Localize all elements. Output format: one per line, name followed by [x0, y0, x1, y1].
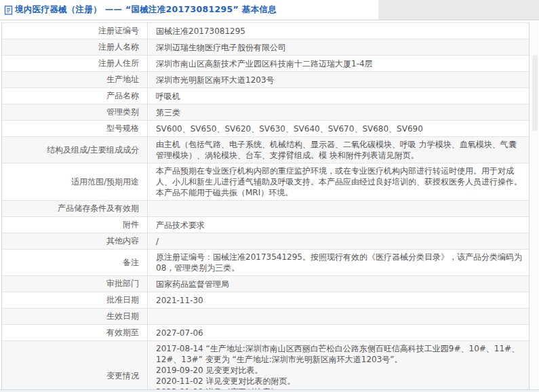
table-row: 生效日期 [2, 309, 529, 325]
row-value: 国家药品监督管理局 [148, 276, 529, 292]
table-row: 注册人名称 深圳迈瑞生物医疗电子股份有限公司 [2, 39, 529, 56]
row-value-text: 2021-11-30 [156, 295, 203, 306]
row-label-text: 结构及组成/主要组成成分 [47, 144, 139, 156]
row-label: 生产地址 [2, 72, 148, 87]
scrollbar-track[interactable] [531, 22, 538, 389]
row-label: 产品储存条件及有效期 [2, 201, 148, 216]
row-label: 备注 [2, 250, 148, 275]
row-label-text: 变更情况 [106, 370, 139, 382]
table-row: 有效期至 2027-07-06 [2, 325, 529, 341]
row-value-text: 产品技术要求 [156, 220, 205, 231]
table-row: 型号规格 SV600、SV650、SV620、SV630、SV640、SV670… [2, 121, 529, 137]
row-value: / [148, 233, 529, 249]
row-value-text: 呼吸机 [156, 91, 180, 102]
row-value-text: 2017-08-14 “生产地址:深圳市南山区西丽白芒松白公路东侧百旺信高科技工… [156, 343, 522, 392]
row-value [148, 201, 529, 216]
row-label-text: 注册人名称 [98, 41, 139, 53]
row-label: 附件 [2, 217, 148, 233]
row-label-text: 注册证编号 [98, 25, 139, 37]
table-row: 注册证编号 国械注准20173081295 [2, 23, 529, 39]
row-value-text: 国家药品监督管理局 [156, 279, 229, 290]
row-value: 本产品预期在专业医疗机构内部的重症监护环境，或在专业医疗机构内部进行转运时使用。… [148, 163, 529, 200]
row-value-text: 深圳迈瑞生物医疗电子股份有限公司 [156, 42, 286, 53]
row-value: 产品技术要求 [148, 217, 529, 233]
row-value: 原注册证编号：国械注准20173541295。按照现行有效的《医疗器械分类目录》… [148, 250, 529, 275]
table-row: 适用范围/预期用途 本产品预期在专业医疗机构内部的重症监护环境，或在专业医疗机构… [2, 163, 529, 201]
row-value: 第三类 [148, 104, 529, 120]
row-value: SV600、SV650、SV620、SV630、SV640、SV670、SV68… [148, 121, 529, 136]
row-label: 其他内容 [2, 233, 148, 249]
row-value [148, 309, 529, 324]
row-value: 由主机（包括气路、电子系统、机械结构、显示器、二氧化碳模块、呼吸 力学模块、血氧… [148, 137, 529, 163]
row-value-text: 深圳市光明新区南环大道1203号 [156, 75, 275, 85]
row-label: 注册人名称 [2, 39, 148, 55]
row-value-text: 由主机（包括气路、电子系统、机械结构、显示器、二氧化碳模块、呼吸 力学模块、血氧… [156, 139, 522, 161]
page-title: 境内医疗器械（注册） —— “国械注准20173081295” 基本信息 [15, 4, 277, 16]
row-label: 适用范围/预期用途 [2, 163, 148, 200]
row-label-text: 有效期至 [106, 327, 139, 338]
info-table: 注册证编号 国械注准20173081295 注册人名称 深圳迈瑞生物医疗电子股份… [1, 22, 530, 392]
row-value: 呼吸机 [148, 88, 529, 104]
row-value: 国械注准20173081295 [148, 23, 529, 39]
row-value: 2017-08-14 “生产地址:深圳市南山区西丽白芒松白公路东侧百旺信高科技工… [148, 341, 529, 392]
table-row: 注册人住所 深圳市南山区高新技术产业园区科技南十二路迈瑞大厦1-4层 [2, 56, 529, 72]
row-value: 深圳市光明新区南环大道1203号 [148, 72, 529, 87]
row-label: 批准日期 [2, 292, 148, 308]
row-label-text: 注册人住所 [98, 58, 139, 69]
row-label: 变更情况 [2, 341, 148, 392]
row-value-text: 第三类 [156, 107, 180, 118]
row-label-text: 审批部门 [106, 278, 139, 290]
row-value: 深圳迈瑞生物医疗电子股份有限公司 [148, 39, 529, 55]
table-row: 管理类别 第三类 [2, 104, 529, 121]
row-value-text: 深圳市南山区高新技术产业园区科技南十二路迈瑞大厦1-4层 [156, 58, 373, 69]
panel-bottom-edge [0, 389, 539, 392]
row-value-text: 原注册证编号：国械注准20173541295。按照现行有效的《医疗器械分类目录》… [156, 252, 522, 273]
row-label-text: 生产地址 [106, 74, 139, 85]
row-label: 型号规格 [2, 121, 148, 136]
row-label: 生效日期 [2, 309, 148, 324]
row-label: 审批部门 [2, 276, 148, 292]
row-label: 结构及组成/主要组成成分 [2, 137, 148, 163]
row-value-text: 本产品预期在专业医疗机构内部的重症监护环境，或在专业医疗机构内部进行转运时使用。… [156, 165, 522, 198]
row-label-text: 附件 [123, 219, 139, 231]
header-gray-area [378, 0, 539, 20]
row-value-text: SV600、SV650、SV620、SV630、SV640、SV670、SV68… [156, 123, 423, 134]
row-value: 2027-07-06 [148, 325, 529, 340]
table-row: 结构及组成/主要组成成分 由主机（包括气路、电子系统、机械结构、显示器、二氧化碳… [2, 137, 529, 163]
row-label-text: 型号规格 [106, 123, 139, 134]
table-row: 变更情况 2017-08-14 “生产地址:深圳市南山区西丽白芒松白公路东侧百旺… [2, 341, 529, 392]
row-label-text: 适用范围/预期用途 [71, 176, 139, 188]
row-value-text: / [156, 236, 159, 247]
row-value-text: 国械注准20173081295 [156, 26, 245, 37]
row-label: 注册人住所 [2, 56, 148, 71]
panel-header: 境内医疗器械（注册） —— “国械注准20173081295” 基本信息 [0, 0, 539, 20]
table-row: 其他内容 / [2, 233, 529, 250]
row-label: 产品名称 [2, 88, 148, 104]
row-value: 2021-11-30 [148, 292, 529, 308]
table-row: 审批部门 国家药品监督管理局 [2, 276, 529, 292]
row-label-text: 产品储存条件及有效期 [58, 203, 139, 214]
table-row: 备注 原注册证编号：国械注准20173541295。按照现行有效的《医疗器械分类… [2, 250, 529, 276]
row-label-text: 生效日期 [106, 311, 139, 322]
row-label-text: 管理类别 [106, 106, 139, 118]
table-row: 产品名称 呼吸机 [2, 88, 529, 104]
table-row: 附件 产品技术要求 [2, 217, 529, 233]
row-label-text: 产品名称 [106, 90, 139, 102]
row-label: 有效期至 [2, 325, 148, 340]
row-label-text: 其他内容 [106, 235, 139, 247]
row-label-text: 批准日期 [106, 294, 139, 306]
table-row: 批准日期 2021-11-30 [2, 292, 529, 309]
row-label: 注册证编号 [2, 23, 148, 39]
row-value-text: 2027-07-06 [156, 328, 203, 338]
table-row: 产品储存条件及有效期 [2, 201, 529, 217]
scrollbar-thumb[interactable] [532, 55, 538, 131]
document-icon [4, 5, 13, 15]
row-label: 管理类别 [2, 104, 148, 120]
table-row: 生产地址 深圳市光明新区南环大道1203号 [2, 72, 529, 88]
row-value: 深圳市南山区高新技术产业园区科技南十二路迈瑞大厦1-4层 [148, 56, 529, 71]
row-label-text: 备注 [123, 257, 139, 269]
